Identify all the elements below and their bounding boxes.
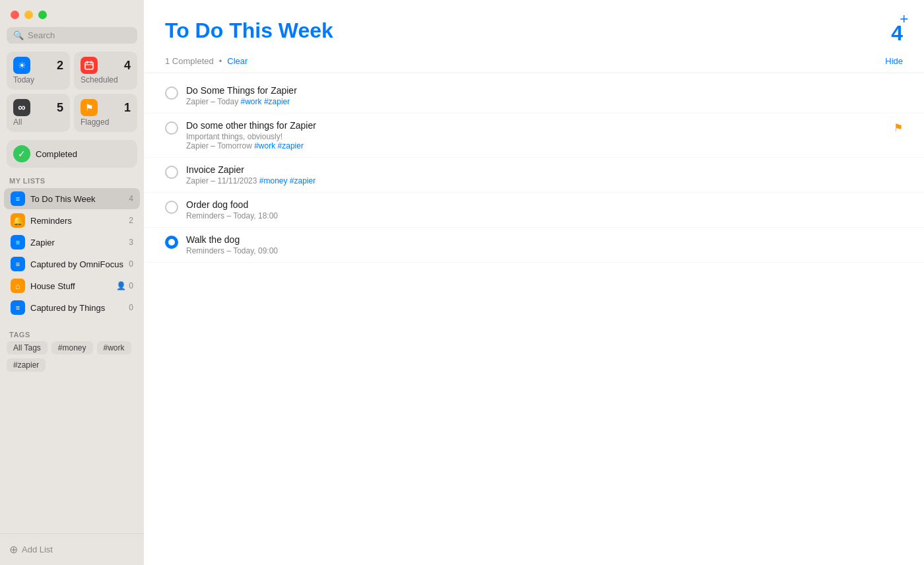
completed-number: 1	[165, 56, 170, 66]
sidebar: 🔍 Search ☀ 2 Today	[0, 0, 144, 565]
things-list-name: Captured by Things	[30, 303, 105, 313]
reminders-list-count: 2	[129, 216, 133, 225]
tags-list: All Tags #money #work #zapier	[0, 341, 144, 372]
sidebar-item-reminders[interactable]: 🔔 Reminders 2	[4, 210, 140, 231]
sidebar-card-today[interactable]: ☀ 2 Today	[7, 51, 70, 90]
flagged-icon: ⚑	[81, 99, 98, 116]
sidebar-item-things[interactable]: ≡ Captured by Things 0	[4, 297, 140, 318]
task-title: Invoice Zapier	[186, 164, 903, 175]
sidebar-card-flagged[interactable]: ⚑ 1 Flagged	[74, 94, 137, 132]
tag-work[interactable]: #work	[97, 341, 131, 354]
dot-separator: •	[219, 56, 222, 66]
task-meta: Zapier – Today #work #zapier	[186, 97, 903, 106]
traffic-lights	[0, 0, 144, 27]
sidebar-item-zapier[interactable]: ≡ Zapier 3	[4, 232, 140, 253]
task-dash: –	[211, 97, 217, 106]
lists-container: ≡ To Do This Week 4 🔔 Reminders 2 ≡ Zapi…	[0, 187, 144, 319]
task-title: Order dog food	[186, 199, 903, 210]
maximize-button[interactable]	[38, 11, 47, 19]
task-tag-work[interactable]: #work	[241, 97, 262, 106]
minimize-button[interactable]	[24, 11, 33, 19]
scheduled-icon	[81, 57, 98, 74]
clear-button[interactable]: Clear	[227, 56, 248, 66]
completed-card[interactable]: ✓ Completed	[7, 140, 137, 168]
task-list-name: Zapier	[186, 176, 209, 185]
add-list-label: Add List	[22, 545, 53, 554]
scheduled-count: 4	[124, 59, 131, 73]
add-list-button[interactable]: ⊕ Add List	[0, 533, 144, 565]
completed-info: 1 Completed • Clear	[165, 56, 248, 66]
flagged-label: Flagged	[81, 117, 131, 127]
task-body: Do Some Things for Zapier Zapier – Today…	[186, 85, 903, 106]
task-item[interactable]: Walk the dog Reminders – Today, 09:00	[144, 228, 924, 263]
task-list-name: Zapier	[186, 97, 209, 106]
completed-text-label: Completed	[172, 56, 214, 66]
task-tag-zapier[interactable]: #zapier	[264, 97, 290, 106]
page-title: To Do This Week	[165, 18, 333, 43]
task-date: Today	[217, 97, 238, 106]
task-date: Tomorrow	[217, 141, 252, 150]
things-list-icon: ≡	[11, 300, 25, 315]
task-title: Do Some Things for Zapier	[186, 85, 903, 96]
task-body: Walk the dog Reminders – Today, 09:00	[186, 234, 903, 255]
add-list-icon: ⊕	[9, 543, 18, 556]
task-item[interactable]: Do Some Things for Zapier Zapier – Today…	[144, 79, 924, 114]
task-tag-zapier[interactable]: #zapier	[278, 141, 304, 150]
sidebar-item-house-stuff[interactable]: ⌂ House Stuff 👤 0	[4, 275, 140, 296]
task-list-name: Reminders	[186, 246, 224, 255]
house-list-name: House Stuff	[30, 281, 75, 291]
flagged-count: 1	[124, 101, 131, 115]
task-dash: –	[211, 141, 217, 150]
sidebar-item-todo-this-week[interactable]: ≡ To Do This Week 4	[4, 188, 140, 209]
task-checkbox[interactable]	[165, 86, 178, 100]
tags-section-title: Tags	[0, 325, 144, 341]
task-title: Do some other things for Zapier	[186, 120, 886, 131]
sidebar-card-all[interactable]: ∞ 5 All	[7, 94, 70, 132]
task-flag-icon: ⚑	[894, 121, 903, 134]
task-list-name: Reminders	[186, 211, 224, 220]
sidebar-item-omnifocus[interactable]: ≡ Captured by OmniFocus 0	[4, 253, 140, 275]
task-date: Today, 09:00	[233, 246, 278, 255]
zapier-list-name: Zapier	[30, 238, 55, 248]
task-checkbox[interactable]	[165, 201, 178, 214]
task-dash: –	[211, 176, 217, 185]
sidebar-card-scheduled[interactable]: 4 Scheduled	[74, 51, 137, 90]
search-bar[interactable]: 🔍 Search	[7, 27, 137, 44]
house-share-icon: 👤	[116, 281, 126, 290]
add-task-button[interactable]: +	[900, 11, 908, 28]
task-checkbox[interactable]	[165, 121, 178, 135]
task-tag-zapier[interactable]: #zapier	[290, 176, 315, 185]
svg-rect-0	[85, 62, 93, 69]
todo-list-name: To Do This Week	[30, 194, 96, 204]
all-label: All	[13, 117, 63, 127]
task-body: Order dog food Reminders – Today, 18:00	[186, 199, 903, 220]
hide-button[interactable]: Hide	[885, 56, 903, 66]
task-body: Invoice Zapier Zapier – 11/11/2023 #mone…	[186, 164, 903, 185]
tag-money[interactable]: #money	[51, 341, 93, 354]
today-label: Today	[13, 75, 63, 84]
scheduled-label: Scheduled	[81, 75, 131, 84]
tag-zapier[interactable]: #zapier	[7, 358, 46, 372]
task-tag-work[interactable]: #work	[254, 141, 275, 150]
task-tag-money[interactable]: #money	[259, 176, 288, 185]
task-meta: Zapier – 11/11/2023 #money #zapier	[186, 176, 903, 185]
quick-access-grid: ☀ 2 Today 4 Sch	[0, 51, 144, 140]
completed-check-icon: ✓	[13, 145, 30, 162]
things-list-count: 0	[129, 303, 133, 312]
task-body: Do some other things for Zapier Importan…	[186, 120, 886, 150]
task-item[interactable]: Do some other things for Zapier Importan…	[144, 114, 924, 158]
main-content: + To Do This Week 4 1 Completed • Clear …	[144, 0, 924, 565]
task-checkbox[interactable]	[165, 166, 178, 179]
close-button[interactable]	[11, 11, 19, 19]
search-icon: 🔍	[13, 30, 24, 40]
todo-list-icon: ≡	[11, 191, 25, 206]
omnifocus-list-count: 0	[129, 259, 133, 269]
task-item[interactable]: Invoice Zapier Zapier – 11/11/2023 #mone…	[144, 158, 924, 193]
zapier-list-icon: ≡	[11, 235, 25, 249]
house-list-icon: ⌂	[11, 279, 25, 293]
task-list-name: Zapier	[186, 141, 209, 150]
task-meta: Reminders – Today, 09:00	[186, 246, 903, 255]
task-item[interactable]: Order dog food Reminders – Today, 18:00	[144, 193, 924, 228]
tag-all[interactable]: All Tags	[7, 341, 48, 354]
task-checkbox[interactable]	[165, 236, 178, 249]
